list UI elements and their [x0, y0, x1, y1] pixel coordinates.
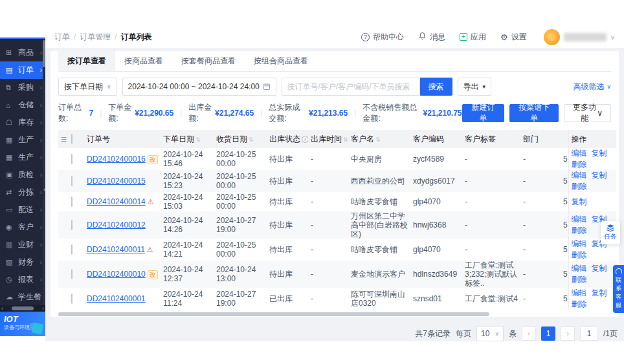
order-link[interactable]: DD24102400010 [87, 270, 146, 279]
table-horizontal-scrollbar[interactable] [58, 312, 611, 317]
breadcrumb-item[interactable]: 订单管理 [80, 32, 111, 43]
topbar-action-messages[interactable]: 消息 [418, 32, 445, 43]
order-by-recipe-button[interactable]: 按菜谱下单 [509, 104, 559, 122]
select-all-checkbox[interactable] [71, 134, 72, 144]
user-menu[interactable]: ∨ [544, 29, 615, 45]
row-checkbox[interactable] [71, 220, 72, 230]
tab-按订单查看[interactable]: 按订单查看 [58, 51, 115, 71]
prev-page-button[interactable]: ‹ [522, 327, 536, 341]
sort-icon[interactable]: ⇅ [249, 136, 254, 143]
table-scroll-thumb[interactable] [58, 312, 489, 316]
row-checkbox[interactable] [71, 269, 72, 279]
sidebar-item-采购[interactable]: ⧉采购› [0, 79, 45, 96]
sidebar-horizontal-scrollbar[interactable]: ‹ › [0, 305, 45, 312]
edit-link[interactable]: 编辑 [572, 239, 587, 248]
copy-link[interactable]: 复制 [592, 171, 607, 180]
order-link[interactable]: DD24102400016 [87, 155, 146, 164]
sidebar-collapse-icon[interactable]: ‹ [43, 185, 46, 194]
clipped-cell: 5 [562, 148, 568, 170]
row-select-cell[interactable] [69, 288, 84, 310]
column-settings-icon[interactable]: ☰ [61, 136, 67, 143]
topbar-action-settings[interactable]: ⚙设置 [500, 32, 527, 43]
sidebar-item-库存[interactable]: ☖库存› [0, 114, 45, 131]
select-all-header[interactable] [69, 130, 84, 148]
edit-link[interactable]: 编辑 [572, 149, 587, 158]
date-type-select[interactable]: 按下单日期 ∨ [58, 78, 117, 96]
edit-link[interactable]: 编辑 [572, 264, 587, 273]
copy-link[interactable]: 复制 [572, 197, 587, 206]
sidebar-item-质检[interactable]: ▣质检› [0, 166, 45, 184]
support-float-button[interactable]: 联系客服 [613, 265, 624, 313]
next-page-button[interactable]: › [561, 327, 575, 341]
sidebar-item-业财[interactable]: ▥业财› [0, 236, 45, 253]
delete-link[interactable]: 删除 [572, 299, 587, 308]
tab-按组合商品查看[interactable]: 按组合商品查看 [245, 51, 317, 71]
copy-link[interactable]: 复制 [592, 288, 607, 297]
sidebar-item-生产[interactable]: ▦生产› [0, 131, 45, 149]
delete-link[interactable]: 删除 [572, 275, 587, 284]
row-checkbox[interactable] [71, 176, 72, 186]
row-checkbox[interactable] [71, 294, 72, 304]
row-select-cell[interactable] [69, 211, 84, 239]
delete-link[interactable]: 删除 [572, 226, 587, 235]
more-functions-button[interactable]: 更多功能 ∨ [564, 104, 611, 122]
order-link[interactable]: DD24102400014 [87, 197, 146, 206]
row-select-cell[interactable] [69, 261, 84, 288]
date-range-input[interactable]: 2024-10-24 00:00 ~ 2024-10-24 24:00 [122, 78, 276, 96]
breadcrumb-item[interactable]: 订单 [54, 32, 70, 43]
delete-link[interactable]: 删除 [572, 182, 587, 191]
sort-icon[interactable]: ⇅ [343, 136, 348, 143]
iot-banner[interactable]: IOT 设备与环境 [0, 312, 45, 336]
sidebar-item-报表[interactable]: ◷报表› [0, 271, 45, 288]
current-page-button[interactable]: 1 [541, 327, 555, 341]
copy-link[interactable]: 复制 [592, 264, 607, 273]
row-select-cell[interactable] [69, 192, 84, 211]
row-select-cell[interactable] [69, 170, 84, 192]
row-checkbox[interactable] [71, 154, 72, 164]
page-jump-input[interactable]: 1 [580, 327, 598, 341]
order-link[interactable]: DD24102400011 [87, 245, 145, 254]
search-button[interactable]: 搜索 [420, 78, 452, 96]
row-select-cell[interactable] [69, 148, 84, 170]
column-settings-header[interactable]: ☰ [58, 130, 69, 148]
delete-link[interactable]: 删除 [572, 250, 587, 259]
copy-link[interactable]: 复制 [592, 149, 607, 158]
sidebar-item-配送[interactable]: ▭配送› [0, 201, 45, 219]
new-order-button[interactable]: 新建订单 [462, 104, 505, 122]
row-select-cell[interactable] [69, 239, 84, 261]
row-checkbox[interactable] [71, 197, 72, 207]
messages-label: 消息 [430, 32, 445, 43]
sidebar-item-生产[interactable]: ▦生产› [0, 149, 45, 166]
tab-按套餐商品查看[interactable]: 按套餐商品查看 [172, 51, 245, 71]
edit-link[interactable]: 编辑 [572, 215, 587, 224]
search-input[interactable] [287, 82, 414, 91]
order-link[interactable]: DD24102400015 [87, 177, 146, 186]
order-link[interactable]: DD24102400012 [87, 220, 146, 230]
sidebar-item-商品[interactable]: ⊞商品› [0, 44, 45, 61]
edit-link[interactable]: 编辑 [572, 288, 587, 297]
tasks-float-button[interactable]: 任务 [601, 221, 620, 244]
sort-icon[interactable]: ⇅ [375, 136, 381, 143]
edit-link[interactable]: 编辑 [572, 171, 587, 180]
sidebar-item-分拣[interactable]: ⇄分拣› [0, 184, 45, 201]
topbar-action-help-center[interactable]: ?帮助中心 [361, 32, 404, 43]
sidebar-item-订单[interactable]: ▤订单› [0, 61, 45, 79]
customer-code-cell: glp4070 [410, 239, 462, 261]
topbar-action-apps[interactable]: +应用 [460, 32, 486, 43]
export-button[interactable]: 导出 ▾ [458, 78, 492, 96]
col-header: 下单日期⇅ [161, 130, 214, 148]
sidebar-item-学生餐[interactable]: ☁学生餐 [0, 288, 45, 305]
scroll-left-icon[interactable]: ‹ [1, 305, 3, 312]
delete-link[interactable]: 删除 [572, 160, 587, 169]
page-size-select[interactable]: 10 ∨ [476, 326, 504, 341]
sidebar-item-客户[interactable]: ◉客户› [0, 219, 45, 236]
order-link[interactable]: DD24102400001 [87, 294, 146, 303]
row-checkbox[interactable] [71, 244, 72, 255]
sort-icon[interactable]: ⇅ [195, 136, 201, 143]
sidebar-item-仓储[interactable]: ⌂仓储› [0, 96, 45, 114]
tab-按商品查看[interactable]: 按商品查看 [115, 51, 172, 71]
scroll-thumb[interactable] [12, 306, 34, 310]
sidebar-item-财务[interactable]: ▧财务› [0, 253, 45, 271]
advanced-filter-toggle[interactable]: 高级筛选 ∨ [573, 81, 611, 92]
scroll-right-icon[interactable]: › [42, 305, 44, 312]
